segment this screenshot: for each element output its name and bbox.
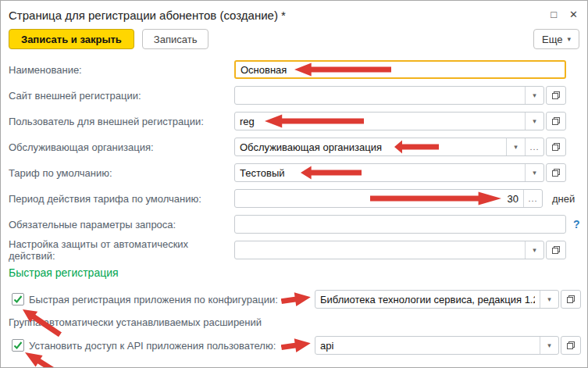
save-button[interactable]: Записать <box>142 29 209 49</box>
api-access-input[interactable] <box>315 337 540 354</box>
maximize-icon[interactable]: □ <box>551 9 557 20</box>
form-row-required-params: Обязательные параметры запроса: ? <box>7 215 581 234</box>
reg-user-inputbox: ▾ <box>234 112 544 130</box>
checkmark-icon <box>13 295 23 304</box>
extensions-group-label: Группа автоматически устанавливаемых рас… <box>9 316 581 328</box>
quick-reg-dropdown-icon[interactable]: ▾ <box>540 291 558 308</box>
open-icon <box>551 167 561 178</box>
service-org-dropdown-icon[interactable]: ▾ <box>506 138 525 155</box>
window-title: Страница для регистрации абонентов (созд… <box>9 9 551 22</box>
open-icon <box>551 141 561 152</box>
more-button-label: Еще <box>542 34 562 45</box>
api-access-dropdown-icon[interactable]: ▾ <box>540 337 558 354</box>
api-access-checkbox-wrap <box>12 339 24 352</box>
form-row-service-org: Обслуживающая организация: ▾ ... <box>7 138 581 156</box>
reg-user-label: Пользователь для внешней регистрации: <box>7 116 234 127</box>
quick-reg-input[interactable] <box>315 291 540 308</box>
tariff-period-input[interactable] <box>235 190 523 207</box>
form-row-protection: Настройка защиты от автоматических дейст… <box>7 241 581 259</box>
name-label: Наименование: <box>7 64 234 76</box>
site-inputbox: ▾ <box>234 86 544 105</box>
quick-reg-label: Быстрая регистрация приложения по конфиг… <box>29 294 278 305</box>
tariff-period-label: Период действия тарифа по умолчанию: <box>7 193 234 205</box>
form: Наименование: Сайт внешней регистрации: … <box>1 59 587 355</box>
api-access-inputbox: ▾ <box>315 336 559 355</box>
toolbar: Записать и закрыть Записать Еще ▾ <box>1 22 587 59</box>
default-tariff-dropdown-icon[interactable]: ▾ <box>525 164 543 181</box>
open-icon <box>551 245 561 255</box>
help-icon[interactable]: ? <box>573 218 580 230</box>
form-row-site: Сайт внешней регистрации: ▾ <box>7 86 581 105</box>
form-row-api-access: Установить доступ к API приложения польз… <box>7 336 581 355</box>
form-row-default-tariff: Тариф по умолчанию: ▾ <box>7 163 581 182</box>
close-icon[interactable]: ✕ <box>569 9 578 20</box>
form-row-tariff-period: Период действия тарифа по умолчанию: ...… <box>7 189 581 208</box>
tariff-period-inputbox: ... <box>234 189 543 208</box>
reg-user-dropdown-icon[interactable]: ▾ <box>525 113 543 130</box>
site-open-button[interactable] <box>546 86 566 105</box>
protection-label: Настройка защиты от автоматических дейст… <box>7 238 234 262</box>
required-params-label: Обязательные параметры запроса: <box>7 219 234 230</box>
quick-reg-open-button[interactable] <box>561 290 581 309</box>
service-org-inputbox: ▾ ... <box>234 138 544 156</box>
api-access-checkbox[interactable] <box>12 339 24 352</box>
quick-reg-inputbox: ▾ <box>315 290 559 309</box>
protection-open-button[interactable] <box>546 241 566 259</box>
protection-dropdown-icon[interactable]: ▾ <box>525 241 543 259</box>
save-and-close-button[interactable]: Записать и закрыть <box>9 29 134 49</box>
required-params-inputbox <box>234 215 566 234</box>
default-tariff-open-button[interactable] <box>546 163 566 182</box>
service-org-open-button[interactable] <box>546 138 566 156</box>
tariff-period-choose-button[interactable]: ... <box>523 190 542 207</box>
open-icon <box>565 340 576 351</box>
open-icon <box>565 294 576 305</box>
form-row-name: Наименование: <box>7 60 581 79</box>
required-params-input[interactable] <box>235 216 565 233</box>
site-label: Сайт внешней регистрации: <box>7 90 234 102</box>
protection-input[interactable] <box>235 241 525 259</box>
titlebar: Страница для регистрации абонентов (созд… <box>1 1 587 22</box>
quick-reg-checkbox[interactable] <box>12 293 24 305</box>
service-org-choose-button[interactable]: ... <box>525 138 543 155</box>
tariff-period-suffix: дней <box>552 193 575 205</box>
site-input[interactable] <box>235 87 525 104</box>
service-org-input[interactable] <box>235 138 506 155</box>
app-window: Страница для регистрации абонентов (созд… <box>0 0 588 368</box>
open-icon <box>551 90 561 101</box>
more-button[interactable]: Еще ▾ <box>533 29 579 49</box>
service-org-label: Обслуживающая организация: <box>7 141 234 153</box>
api-access-label: Установить доступ к API приложения польз… <box>29 340 276 352</box>
open-icon <box>551 116 561 127</box>
quick-reg-checkbox-wrap <box>12 293 24 305</box>
form-row-reg-user: Пользователь для внешней регистрации: ▾ <box>7 112 581 130</box>
checkmark-icon <box>13 341 23 350</box>
quick-registration-section-title: Быстрая регистрация <box>9 266 581 279</box>
protection-inputbox: ▾ <box>234 241 544 259</box>
window-controls: □ ✕ <box>551 9 578 20</box>
annotation-arrow-quick-reg-field <box>280 289 312 309</box>
reg-user-input[interactable] <box>235 113 525 130</box>
default-tariff-input[interactable] <box>235 164 525 181</box>
api-access-open-button[interactable] <box>561 336 581 355</box>
annotation-arrow-api-access-field <box>280 335 312 355</box>
name-input[interactable] <box>236 62 565 77</box>
chevron-down-icon: ▾ <box>567 35 571 43</box>
site-dropdown-icon[interactable]: ▾ <box>525 87 543 104</box>
reg-user-open-button[interactable] <box>546 112 566 130</box>
name-inputbox <box>234 60 566 79</box>
default-tariff-inputbox: ▾ <box>234 163 544 182</box>
default-tariff-label: Тариф по умолчанию: <box>7 167 234 179</box>
form-row-quick-reg: Быстрая регистрация приложения по конфиг… <box>7 290 581 309</box>
